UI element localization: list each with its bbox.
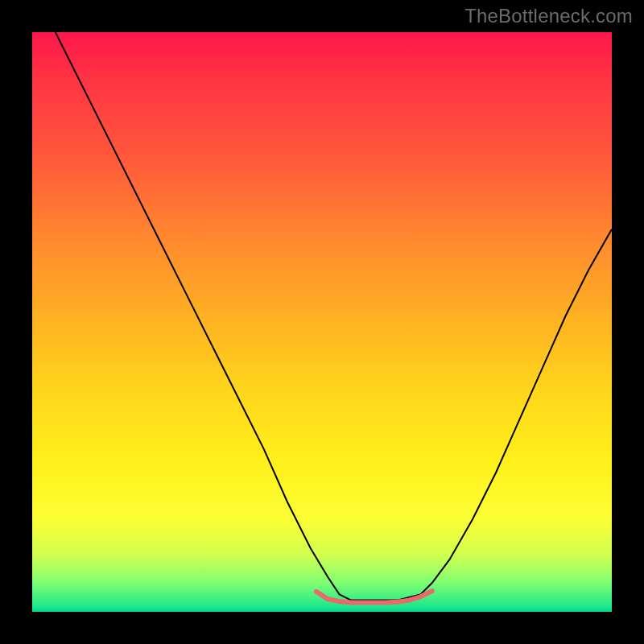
main-curve [56,32,612,601]
watermark-text: TheBottleneck.com [464,5,633,27]
chart-frame: TheBottleneck.com [0,0,644,644]
plot-area [32,32,612,612]
curve-overlay [32,32,612,612]
base-band-curve [316,591,432,602]
